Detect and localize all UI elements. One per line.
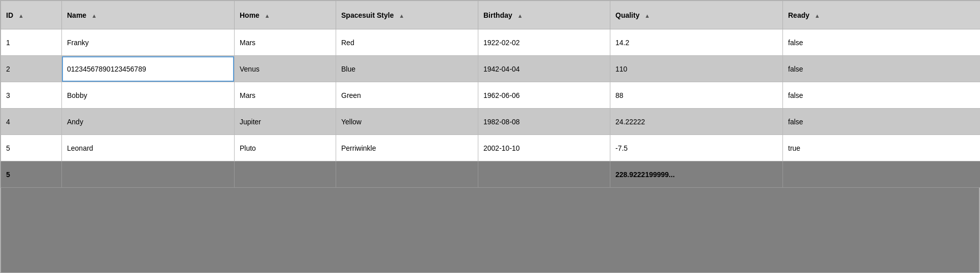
cell-id[interactable]: 1 xyxy=(1,29,62,56)
cell-id[interactable]: 2 xyxy=(1,56,62,82)
col-header-home-label: Home xyxy=(240,11,259,19)
cell-home[interactable]: Pluto xyxy=(235,135,336,161)
footer-ready xyxy=(783,161,981,188)
cell-id[interactable]: 3 xyxy=(1,82,62,109)
sort-arrow-birthday: ▲ xyxy=(517,13,523,19)
table-row[interactable]: 2VenusBlue1942-04-04110false xyxy=(1,56,981,82)
footer-home xyxy=(235,161,336,188)
cell-quality[interactable]: 24.22222 xyxy=(610,109,783,135)
col-header-name[interactable]: Name ▲ xyxy=(62,1,235,29)
footer-count: 5 xyxy=(1,161,62,188)
col-header-quality[interactable]: Quality ▲ xyxy=(610,1,783,29)
cell-ready[interactable]: false xyxy=(783,109,981,135)
col-header-spacesuit-style[interactable]: Spacesuit Style ▲ xyxy=(336,1,478,29)
cell-spacesuit_style[interactable]: Green xyxy=(336,82,478,109)
col-header-birthday-label: Birthday xyxy=(483,11,512,19)
cell-home[interactable]: Mars xyxy=(235,29,336,56)
cell-birthday[interactable]: 1982-08-08 xyxy=(478,109,610,135)
name-edit-input[interactable] xyxy=(62,56,234,82)
cell-name[interactable]: Leonard xyxy=(62,135,235,161)
cell-quality[interactable]: 14.2 xyxy=(610,29,783,56)
sort-arrow-home: ▲ xyxy=(265,13,270,19)
cell-spacesuit_style[interactable]: Red xyxy=(336,29,478,56)
sort-arrow-spacesuit: ▲ xyxy=(399,13,404,19)
table-header-row: ID ▲ Name ▲ Home ▲ Spacesuit Style ▲ Bir… xyxy=(1,1,981,29)
sort-arrow-id: ▲ xyxy=(18,13,24,19)
col-header-ready-label: Ready xyxy=(788,11,809,19)
cell-name[interactable] xyxy=(62,56,235,82)
sort-arrow-name: ▲ xyxy=(91,13,97,19)
col-header-spacesuit-label: Spacesuit Style xyxy=(341,11,394,19)
cell-ready[interactable]: false xyxy=(783,82,981,109)
table-row[interactable]: 1FrankyMarsRed1922-02-0214.2false xyxy=(1,29,981,56)
cell-name[interactable]: Andy xyxy=(62,109,235,135)
col-header-name-label: Name xyxy=(67,11,86,19)
table-row[interactable]: 3BobbyMarsGreen1962-06-0688false xyxy=(1,82,981,109)
cell-birthday[interactable]: 1942-04-04 xyxy=(478,56,610,82)
footer-name xyxy=(62,161,235,188)
table-row[interactable]: 5LeonardPlutoPerriwinkle2002-10-10-7.5tr… xyxy=(1,135,981,161)
cell-spacesuit_style[interactable]: Perriwinkle xyxy=(336,135,478,161)
cell-birthday[interactable]: 1922-02-02 xyxy=(478,29,610,56)
col-header-birthday[interactable]: Birthday ▲ xyxy=(478,1,610,29)
cell-spacesuit_style[interactable]: Yellow xyxy=(336,109,478,135)
cell-birthday[interactable]: 2002-10-10 xyxy=(478,135,610,161)
cell-id[interactable]: 4 xyxy=(1,109,62,135)
cell-quality[interactable]: 110 xyxy=(610,56,783,82)
cell-quality[interactable]: -7.5 xyxy=(610,135,783,161)
sort-arrow-quality: ▲ xyxy=(644,13,650,19)
col-header-quality-label: Quality xyxy=(615,11,639,19)
cell-home[interactable]: Venus xyxy=(235,56,336,82)
footer-row: 5228.9222199999... xyxy=(1,161,981,188)
footer-quality: 228.9222199999... xyxy=(610,161,783,188)
col-header-id-label: ID xyxy=(6,11,13,19)
empty-area xyxy=(1,188,979,272)
footer-birthday xyxy=(478,161,610,188)
cell-name[interactable]: Bobby xyxy=(62,82,235,109)
cell-name[interactable]: Franky xyxy=(62,29,235,56)
cell-ready[interactable]: false xyxy=(783,29,981,56)
cell-home[interactable]: Jupiter xyxy=(235,109,336,135)
cell-home[interactable]: Mars xyxy=(235,82,336,109)
data-table: ID ▲ Name ▲ Home ▲ Spacesuit Style ▲ Bir… xyxy=(0,0,980,273)
cell-birthday[interactable]: 1962-06-06 xyxy=(478,82,610,109)
table-row[interactable]: 4AndyJupiterYellow1982-08-0824.22222fals… xyxy=(1,109,981,135)
footer-spacesuit xyxy=(336,161,478,188)
col-header-id[interactable]: ID ▲ xyxy=(1,1,62,29)
cell-quality[interactable]: 88 xyxy=(610,82,783,109)
cell-ready[interactable]: true xyxy=(783,135,981,161)
sort-arrow-ready: ▲ xyxy=(814,13,820,19)
col-header-ready[interactable]: Ready ▲ xyxy=(783,1,981,29)
col-header-home[interactable]: Home ▲ xyxy=(235,1,336,29)
cell-id[interactable]: 5 xyxy=(1,135,62,161)
cell-ready[interactable]: false xyxy=(783,56,981,82)
cell-spacesuit_style[interactable]: Blue xyxy=(336,56,478,82)
